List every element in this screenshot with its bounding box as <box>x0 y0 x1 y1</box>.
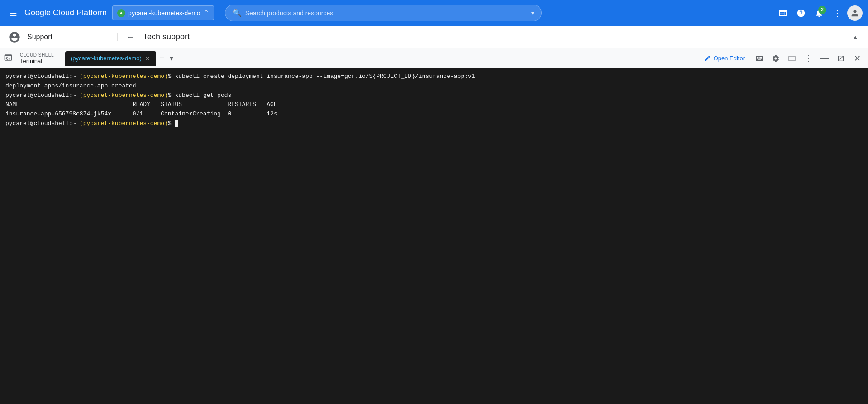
add-tab-button[interactable]: + <box>158 52 167 65</box>
terminal-line-5: insurance-app-656798c874-jk54x 0/1 Conta… <box>5 110 863 119</box>
collapse-panel-icon[interactable]: ▲ <box>850 32 861 43</box>
tab-close-icon[interactable]: ✕ <box>144 54 151 63</box>
terminal-area[interactable]: pycaret@cloudshell:~ (pycaret-kubernetes… <box>0 68 868 404</box>
hamburger-menu-icon[interactable]: ☰ <box>5 4 21 22</box>
brand-title: Google Cloud Platform <box>24 8 107 18</box>
terminal-icon <box>4 53 13 64</box>
tech-support-title: Tech support <box>143 32 190 42</box>
project-dot-icon: ● <box>117 9 125 17</box>
close-shell-icon[interactable]: ✕ <box>850 51 864 66</box>
expand-shell-icon[interactable] <box>834 51 848 66</box>
project-selector[interactable]: ● pycaret-kubernetes-demo ⌃ <box>112 5 214 20</box>
search-placeholder: Search products and resources <box>245 10 528 17</box>
top-bar-actions: 2 ⋮ <box>775 5 863 21</box>
cloud-shell-label-area: CLOUD SHELL Terminal <box>4 48 63 68</box>
project-dropdown-icon: ⌃ <box>203 9 209 17</box>
support-label: Support <box>27 33 118 41</box>
shell-toolbar: CLOUD SHELL Terminal (pycaret-kubernetes… <box>0 48 868 68</box>
open-editor-label: Open Editor <box>714 55 745 62</box>
tab-name: (pycaret-kubernetes-demo) <box>71 55 142 62</box>
support-person-icon <box>7 30 22 44</box>
shell-right-actions: Open Editor ⋮ — ✕ <box>698 51 864 66</box>
terminal-line-4: NAME READY STATUS RESTARTS AGE <box>5 100 863 110</box>
search-bar[interactable]: 🔍 Search products and resources ▾ <box>225 5 542 21</box>
keyboard-icon[interactable] <box>752 51 767 66</box>
screen-icon[interactable] <box>785 51 799 66</box>
back-button[interactable]: ← <box>123 30 138 44</box>
cloud-shell-text: CLOUD SHELL <box>20 53 54 58</box>
terminal-cursor <box>175 120 178 127</box>
shell-tab[interactable]: (pycaret-kubernetes-demo) ✕ <box>65 51 156 66</box>
more-options-icon[interactable]: ⋮ <box>829 5 845 21</box>
top-navigation-bar: ☰ Google Cloud Platform ● pycaret-kubern… <box>0 0 868 26</box>
more-shell-options-icon[interactable]: ⋮ <box>801 51 816 66</box>
notifications-icon[interactable]: 2 <box>811 5 827 21</box>
terminal-line-6: pycaret@cloudshell:~ (pycaret-kubernetes… <box>5 119 863 129</box>
settings-icon[interactable] <box>768 51 783 66</box>
help-icon[interactable] <box>793 5 809 21</box>
open-editor-button[interactable]: Open Editor <box>698 52 750 65</box>
terminal-line-3: pycaret@cloudshell:~ (pycaret-kubernetes… <box>5 91 863 101</box>
avatar[interactable] <box>847 5 863 21</box>
minimize-shell-icon[interactable]: — <box>817 51 832 66</box>
cloud-shell-labels: CLOUD SHELL Terminal <box>16 53 57 64</box>
search-dropdown-icon: ▾ <box>531 10 534 16</box>
cloud-shell-container: CLOUD SHELL Terminal (pycaret-kubernetes… <box>0 48 868 404</box>
terminal-line-1: pycaret@cloudshell:~ (pycaret-kubernetes… <box>5 72 863 82</box>
notification-badge: 2 <box>818 6 826 14</box>
project-name: pycaret-kubernetes-demo <box>128 10 200 17</box>
search-icon: 🔍 <box>233 9 242 17</box>
terminal-line-2: deployment.apps/insurance-app created <box>5 82 863 91</box>
tab-dropdown-icon[interactable]: ▾ <box>168 52 175 64</box>
terminal-text: Terminal <box>20 58 54 64</box>
support-panel: Support ← Tech support ▲ <box>0 26 868 48</box>
cloud-shell-icon[interactable] <box>775 5 791 21</box>
